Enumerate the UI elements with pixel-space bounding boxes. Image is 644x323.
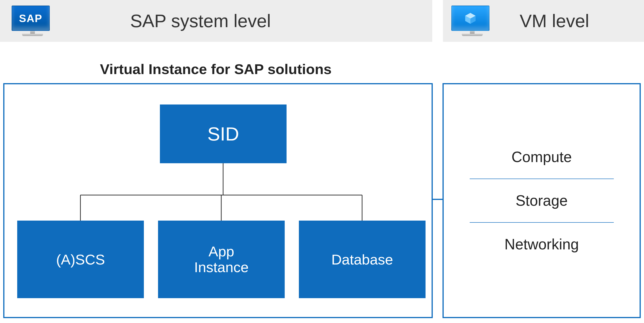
database-label: Database: [332, 251, 393, 268]
app-label-line1: App: [208, 243, 234, 259]
app-instance-block: App Instance: [158, 221, 285, 298]
header-left-title: SAP system level: [130, 10, 271, 31]
vm-list: Compute Storage Networking: [444, 84, 640, 317]
vm-item-compute: Compute: [470, 135, 614, 179]
vm-container: Compute Storage Networking: [442, 83, 641, 318]
cube-icon: [464, 12, 477, 25]
monitor-stand: [470, 31, 474, 34]
vm-item-storage: Storage: [470, 179, 614, 222]
vm-screen: [451, 5, 490, 31]
monitor-stand: [30, 31, 35, 34]
sap-logo-screen: SAP: [12, 5, 50, 31]
vis-title: Virtual Instance for SAP solutions: [100, 61, 332, 77]
sid-block: SID: [160, 104, 286, 163]
diagram-canvas: SAP SAP system level VM level Virtual In…: [0, 0, 644, 323]
sid-label: SID: [207, 123, 239, 145]
ascs-label: (A)SCS: [56, 251, 105, 268]
box-bridge-connector: [432, 199, 444, 200]
header-right-title: VM level: [520, 10, 589, 31]
header-sap-system-level: SAP SAP system level: [0, 0, 432, 42]
sap-logo-text: SAP: [19, 12, 42, 25]
app-instance-label: App Instance: [194, 244, 248, 275]
monitor-base: [462, 34, 483, 36]
header-vm-level: VM level: [443, 0, 644, 42]
monitor-base: [22, 34, 43, 36]
vm-monitor-icon: [451, 5, 493, 37]
app-label-line2: Instance: [194, 259, 248, 275]
sap-monitor-icon: SAP: [12, 5, 54, 37]
vm-item-networking: Networking: [470, 223, 614, 266]
ascs-block: (A)SCS: [17, 221, 144, 298]
database-block: Database: [299, 221, 426, 298]
